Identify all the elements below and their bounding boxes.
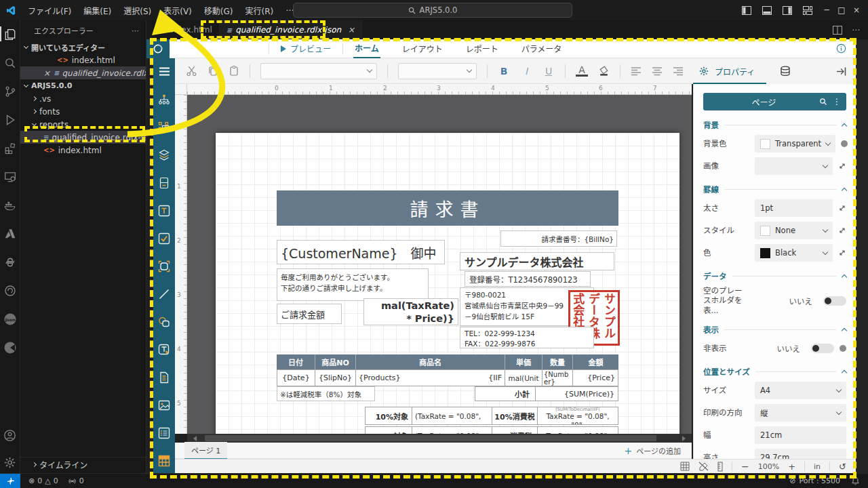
zoom-level[interactable]: 100%	[758, 462, 779, 471]
page-width-input[interactable]: 21cm	[755, 426, 846, 444]
amount-label-textbox[interactable]: ご請求金額	[277, 304, 342, 324]
ports-status[interactable]: 0	[68, 476, 84, 485]
unit-selector[interactable]: in	[814, 462, 821, 471]
font-family-select[interactable]	[260, 63, 377, 79]
tab-qualified-invoice[interactable]: ≡ qualified_invoice.rdlx-json ×	[220, 20, 362, 39]
scroll-right-icon[interactable]	[682, 436, 686, 441]
tab-parameters[interactable]: パラメータ	[520, 39, 564, 58]
fill-color-button[interactable]	[598, 65, 610, 77]
python-icon[interactable]	[1, 253, 19, 270]
close-icon[interactable]: ×	[845, 0, 868, 20]
section-open-editors[interactable]: 開いているエディター	[20, 41, 146, 54]
paste-icon[interactable]	[229, 65, 239, 77]
group-editor-icon[interactable]	[157, 120, 171, 134]
italic-button[interactable]: I	[520, 66, 532, 77]
tab-layout[interactable]: レイアウト	[401, 39, 444, 58]
align-center-icon[interactable]	[652, 66, 663, 76]
section-data[interactable]: データ	[703, 270, 846, 281]
subreport-icon[interactable]	[157, 370, 171, 384]
port-status[interactable]: ⊘ Port : 5500	[789, 476, 840, 485]
bg-color-select[interactable]: Transparent	[755, 135, 835, 152]
report-page[interactable]: 請求書 請求書番号：{BillNo} {CustomerName} 御中 サンプ…	[216, 133, 679, 434]
line-icon[interactable]	[157, 287, 171, 301]
extensions-icon[interactable]	[1, 140, 19, 157]
checkbox-icon[interactable]	[157, 231, 171, 245]
scrollbar-thumb[interactable]	[205, 435, 656, 441]
property-menu-icon[interactable]: ⋮	[833, 97, 841, 106]
invoice-title-textbox[interactable]: 請求書	[277, 190, 618, 226]
align-left-icon[interactable]	[631, 66, 642, 76]
grid-toggle-icon[interactable]	[680, 462, 690, 471]
orientation-select[interactable]: 縦	[755, 404, 846, 422]
section-border[interactable]: 罫線	[703, 184, 846, 195]
toggle-secondary-sidebar-icon[interactable]	[776, 0, 799, 20]
folder-fonts[interactable]: fonts	[20, 105, 146, 118]
editor-more-icon[interactable]: ⋯	[852, 25, 860, 35]
menu-file[interactable]: ファイル(F)	[22, 3, 77, 18]
design-canvas[interactable]: 請求書 請求書番号：{BillNo} {CustomerName} 御中 サンプ…	[187, 95, 692, 434]
toggle-panel-icon[interactable]	[755, 0, 778, 20]
page-tab-1[interactable]: ページ 1	[184, 442, 227, 460]
horizontal-scrollbar[interactable]	[187, 434, 692, 443]
menu-view[interactable]: 表示(V)	[157, 3, 198, 18]
image-icon[interactable]	[157, 398, 171, 412]
open-editor-qualified-invoice[interactable]: × ≡ qualified_invoice.rdlx-...	[20, 66, 146, 79]
snap-toggle-icon[interactable]	[698, 462, 709, 471]
section-position-size[interactable]: 位置とサイズ	[703, 366, 846, 377]
company-name-textbox[interactable]: サンプルデータ株式会社	[460, 252, 614, 270]
menu-edit[interactable]: 編集(E)	[77, 3, 117, 18]
zoom-out-button[interactable]: −	[741, 461, 749, 472]
run-debug-icon[interactable]	[1, 111, 19, 128]
cell-slipno[interactable]: {SlipNo}	[315, 369, 356, 386]
cell-qty[interactable]: {Number}	[542, 369, 573, 386]
customer-name-textbox[interactable]: {CustomerName} 御中	[277, 240, 445, 264]
tax8-tax-label-cell[interactable]: 8%消費税	[492, 426, 538, 434]
explorer-icon[interactable]	[1, 26, 19, 43]
folder-vs[interactable]: .vs	[20, 92, 146, 105]
properties-target-header[interactable]: ページ ⋮	[703, 93, 846, 110]
container-icon[interactable]	[157, 259, 171, 273]
tel-fax-textbox[interactable]: TEL：022-999-1234 FAX：022-999-9876	[460, 327, 594, 348]
hidden-extra-button[interactable]	[840, 345, 846, 352]
banded-list-icon[interactable]	[157, 176, 171, 190]
bill-no-textbox[interactable]: 請求書番号：{BillNo}	[500, 230, 617, 247]
hidden-toggle[interactable]	[811, 344, 834, 353]
collapse-panel-icon[interactable]	[836, 66, 848, 77]
bg-color-extra-button[interactable]	[841, 140, 848, 147]
data-panel-icon[interactable]	[779, 66, 791, 77]
registration-no-textbox[interactable]: 登録番号：T1234567890123	[465, 271, 591, 287]
close-tab-icon[interactable]: ×	[348, 25, 355, 35]
richtext-icon[interactable]	[157, 342, 171, 357]
copy-icon[interactable]	[208, 66, 218, 77]
bold-button[interactable]: B	[498, 66, 510, 77]
underline-button[interactable]: U	[542, 66, 555, 77]
open-editor-index-html[interactable]: <> index.html	[20, 54, 146, 66]
cell-products[interactable]: {Products} {IIF	[355, 369, 505, 386]
notifications-bell-icon[interactable]	[851, 476, 860, 485]
layers-icon[interactable]	[157, 148, 171, 162]
border-color-select[interactable]: Black	[755, 244, 833, 262]
expand-icon[interactable]	[838, 162, 846, 170]
folder-reports[interactable]: reports	[20, 118, 146, 131]
expand-icon[interactable]	[838, 249, 846, 257]
menu-icon[interactable]	[157, 64, 171, 79]
tab-index-html[interactable]: <> index.html	[146, 20, 220, 39]
command-search-input[interactable]: ARJS5.0.0	[293, 3, 572, 18]
tax10-tax-label-cell[interactable]: 10%消費税	[492, 407, 538, 425]
close-editor-icon[interactable]: ×	[43, 68, 50, 78]
empty-placeholder-toggle[interactable]	[823, 296, 846, 306]
greeting-textbox[interactable]: 毎度ご利用ありがとうございます。 下記の通りご請求申し上げます。	[277, 268, 429, 301]
add-page-button[interactable]: + ページの追加	[624, 445, 681, 456]
list-icon[interactable]	[157, 426, 171, 440]
expand-icon[interactable]	[838, 204, 846, 212]
file-qualified-invoice-rdlx-json[interactable]: ≡ qualified_invoice.rdlx-json	[20, 131, 146, 144]
cell-date[interactable]: {Date}	[277, 369, 315, 386]
section-display[interactable]: 表示	[703, 324, 846, 335]
split-editor-icon[interactable]	[833, 26, 842, 35]
border-style-select[interactable]: None	[755, 222, 833, 239]
preview-button[interactable]: プレビュー	[279, 39, 332, 58]
tab-report[interactable]: レポート	[465, 39, 500, 58]
docker-icon[interactable]	[1, 197, 19, 214]
subtotal-label-cell[interactable]: 小計	[475, 386, 536, 401]
tax10-label-cell[interactable]: 10%対象	[365, 407, 412, 425]
